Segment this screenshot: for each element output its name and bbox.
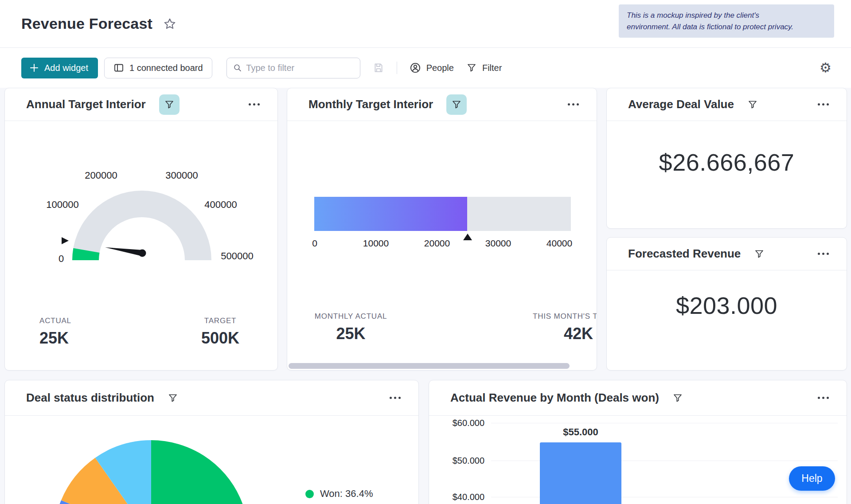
monthly-actual-label: MONTHLY ACTUAL <box>312 312 390 321</box>
pie-legend: Won: 36.4% <box>305 488 373 500</box>
gauge-marker-icon <box>62 237 69 244</box>
x-axis-tick: 10000 <box>363 238 389 249</box>
widget-filter-button-active[interactable] <box>159 94 180 115</box>
banner-line-1: This is a mockup inspired by the client'… <box>627 10 826 21</box>
widget-header: Average Deal Value <box>607 88 847 121</box>
widget-header: Annual Target Interior <box>5 88 277 121</box>
gauge-needle <box>105 247 142 256</box>
widget-menu-button[interactable] <box>815 394 831 402</box>
forecasted-revenue-number: $203.000 <box>607 292 847 319</box>
gauge-tick: 0 <box>59 253 64 264</box>
y-axis-tick: $60.000 <box>442 418 484 428</box>
gauge-chart: 0 100000 200000 300000 400000 500000 <box>5 121 278 281</box>
page-header: Revenue Forecast This is a mockup inspir… <box>0 0 851 48</box>
widget-title: Average Deal Value <box>628 98 734 111</box>
x-axis-tick: 20000 <box>424 238 450 249</box>
funnel-icon <box>451 99 462 110</box>
filter-button[interactable]: Filter <box>466 63 502 73</box>
legend-won-label: Won: 36.4% <box>320 488 373 500</box>
banner-line-2: environment. All data is fictional to pr… <box>627 21 826 33</box>
legend-won-dot <box>305 490 314 498</box>
add-widget-button[interactable]: Add widget <box>21 58 98 78</box>
widget-header: Forecasted Revenue <box>607 238 847 270</box>
widget-title: Monthly Target Interior <box>308 98 433 111</box>
gauge-tick: 300000 <box>165 170 198 181</box>
gauge-tick: 500000 <box>221 250 253 262</box>
progress-marker-icon <box>463 234 472 240</box>
target-label: TARGET <box>180 316 260 325</box>
average-deal-value-number: $26.666,667 <box>607 148 847 176</box>
actual-label: ACTUAL <box>39 316 71 325</box>
widget-menu-button[interactable] <box>387 394 403 402</box>
board-icon <box>113 63 124 73</box>
star-icon <box>163 17 176 31</box>
y-axis-tick: $50.000 <box>442 456 484 466</box>
favorite-button[interactable] <box>163 17 176 31</box>
people-label: People <box>426 63 454 73</box>
search-input[interactable] <box>246 63 353 73</box>
widget-title: Annual Target Interior <box>26 98 146 111</box>
actual-stat: ACTUAL 25K <box>39 316 71 348</box>
actual-value: 25K <box>39 329 71 348</box>
target-value: 500K <box>180 329 260 348</box>
widget-header: Monthly Target Interior <box>287 88 597 121</box>
gauge-tick: 400000 <box>204 199 237 210</box>
save-filters-button-disabled <box>373 62 384 74</box>
progress-bar-track <box>314 197 571 231</box>
revenue-forecast-dashboard: Revenue Forecast This is a mockup inspir… <box>0 0 851 504</box>
dashboard-toolbar: Add widget 1 connected board <box>0 48 851 88</box>
x-axis-tick: 0 <box>312 238 317 249</box>
widget-filter-button[interactable] <box>747 99 758 110</box>
widget-filter-button[interactable] <box>754 249 765 259</box>
widget-monthly-target: Monthly Target Interior 0 10000 20000 30… <box>287 88 597 371</box>
widget-title: Actual Revenue by Month (Deals won) <box>450 391 659 405</box>
widget-header: Actual Revenue by Month (Deals won) <box>429 380 847 416</box>
widget-title: Forecasted Revenue <box>628 247 741 261</box>
plus-icon <box>29 63 39 73</box>
connected-board-label: 1 connected board <box>129 63 203 73</box>
page-title: Revenue Forecast <box>21 15 152 32</box>
mockup-disclaimer-banner: This is a mockup inspired by the client'… <box>619 4 834 38</box>
widget-menu-button[interactable] <box>246 101 262 108</box>
funnel-icon <box>754 249 765 259</box>
widget-annual-target: Annual Target Interior 0 <box>4 88 278 371</box>
gridline-60000 <box>491 423 838 423</box>
save-disk-icon <box>373 62 384 74</box>
widget-title: Deal status distribution <box>26 391 154 405</box>
x-axis-tick: 40000 <box>547 238 572 249</box>
month-target-stat: THIS MONTH'S TARGET 42K <box>533 312 597 343</box>
widget-deal-status-distribution: Deal status distribution Won: <box>4 380 419 504</box>
widget-forecasted-revenue: Forecasted Revenue $203.000 <box>606 237 847 371</box>
funnel-icon <box>164 99 175 110</box>
settings-button[interactable]: ⚙ <box>820 61 831 74</box>
widget-menu-button[interactable] <box>815 250 831 258</box>
bar-march[interactable] <box>540 442 621 504</box>
widgets-board: Annual Target Interior 0 <box>0 88 851 504</box>
x-axis-tick: 30000 <box>485 238 511 249</box>
gauge-tick: 200000 <box>85 170 117 181</box>
bar-data-label: $55.000 <box>540 426 621 438</box>
filter-search-box[interactable] <box>226 58 360 78</box>
widget-menu-button[interactable] <box>815 101 831 108</box>
widget-menu-button[interactable] <box>565 101 582 108</box>
gauge-needle-pivot <box>139 250 146 257</box>
widget-filter-button[interactable] <box>168 393 178 403</box>
gear-icon: ⚙ <box>820 61 831 74</box>
people-filter-button[interactable]: People <box>410 62 454 74</box>
funnel-icon <box>672 393 683 403</box>
horizontal-scrollbar[interactable] <box>289 363 570 369</box>
add-widget-label: Add widget <box>44 63 88 73</box>
gauge-tick: 100000 <box>46 199 78 210</box>
widget-filter-button-active[interactable] <box>446 94 467 115</box>
pie-slice-won <box>151 440 249 504</box>
target-stat: TARGET 500K <box>180 316 260 348</box>
funnel-icon <box>747 99 758 110</box>
funnel-icon <box>466 63 477 73</box>
funnel-icon <box>168 393 178 403</box>
toolbar-divider <box>397 62 397 74</box>
monthly-actual-value: 25K <box>312 324 390 343</box>
help-button[interactable]: Help <box>789 466 835 491</box>
search-icon <box>233 63 242 73</box>
widget-filter-button[interactable] <box>672 393 683 403</box>
connected-board-button[interactable]: 1 connected board <box>104 58 212 78</box>
